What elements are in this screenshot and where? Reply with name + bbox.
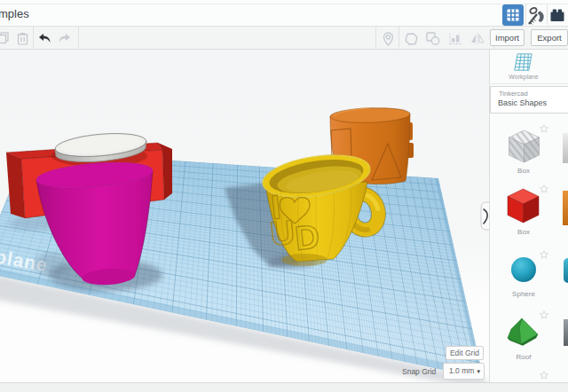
svg-text:U: U bbox=[268, 213, 296, 253]
svg-text:D: D bbox=[293, 217, 321, 257]
